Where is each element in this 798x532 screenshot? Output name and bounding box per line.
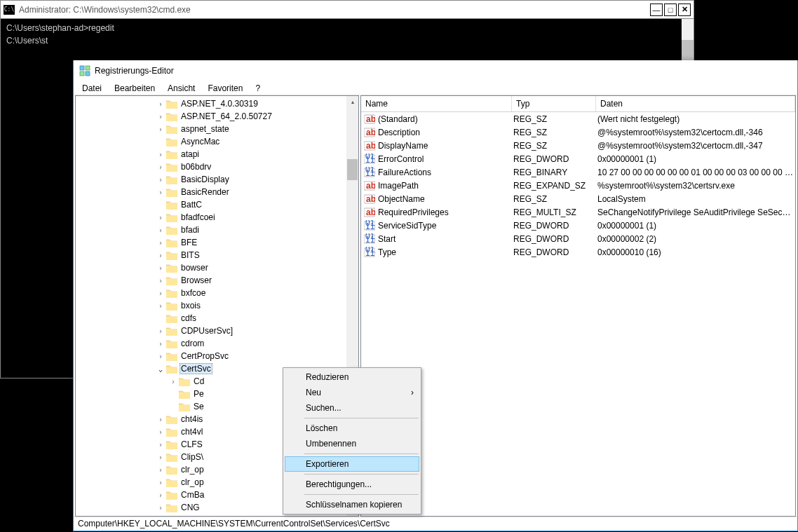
menu-item-datei[interactable]: Datei [76,82,107,95]
header-data[interactable]: Daten [596,96,795,111]
tree-label[interactable]: clr_op [180,477,205,487]
regedit-value-pane[interactable]: Name Typ Daten (Standard)REG_SZ(Wert nic… [360,95,796,517]
expand-icon[interactable]: › [156,124,165,134]
tree-label[interactable]: ClipS\ [180,452,205,462]
tree-label[interactable]: BasicRender [180,187,231,197]
tree-label[interactable]: atapi [180,149,201,159]
context-menu-item[interactable]: Reduzieren [285,369,419,385]
expand-icon[interactable]: › [156,187,165,197]
cmd-maximize-button[interactable]: □ [664,4,677,16]
expand-icon[interactable]: › [156,288,165,298]
value-row[interactable]: DescriptionREG_SZ@%systemroot%\system32\… [361,125,795,139]
expand-icon[interactable]: › [156,263,165,273]
tree-node[interactable]: ›bxois [76,299,358,312]
tree-label[interactable]: b06bdrv [180,162,212,172]
expand-icon[interactable]: › [156,238,165,247]
tree-label[interactable]: Se [192,402,205,411]
tree-node[interactable]: ›ASP.NET_4.0.30319 [76,97,358,110]
value-row[interactable]: ObjectNameREG_SZLocalSystem [361,192,795,205]
tree-label[interactable]: CLFS [180,439,204,449]
collapse-icon[interactable]: ⌄ [156,364,165,374]
tree-label[interactable]: CmBa [180,490,205,500]
tree-label[interactable]: CertSvc [180,363,212,374]
tree-node[interactable]: ›bfadi [76,224,358,236]
tree-node[interactable]: ›bfadfcoei [76,211,358,224]
value-row[interactable]: StartREG_DWORD0x00000002 (2) [361,232,795,245]
tree-label[interactable]: CNG [180,503,201,512]
expand-icon[interactable]: › [156,301,165,311]
tree-node[interactable]: ›bxfcoe [76,287,358,299]
expand-icon[interactable]: › [168,376,178,386]
tree-label[interactable]: AsyncMac [180,137,221,146]
tree-node[interactable]: cdfs [76,312,358,325]
tree-node[interactable]: ›CertPropSvc [76,350,358,362]
expand-icon[interactable]: › [156,477,165,487]
tree-scroll-thumb[interactable] [347,159,358,180]
tree-label[interactable]: CertPropSvc [180,351,230,361]
tree-node[interactable]: ›CDPUserSvc] [76,325,358,337]
tree-label[interactable]: cht4is [180,414,204,424]
tree-label[interactable]: cdfs [180,313,198,323]
value-row[interactable]: DisplayNameREG_SZ@%systemroot%\system32\… [361,139,795,152]
context-menu-item[interactable]: Schlüsselnamen kopieren [285,497,419,512]
tree-label[interactable]: cht4vl [180,427,204,437]
tree-node[interactable]: ›BasicDisplay [76,173,358,186]
tree-label[interactable]: BFE [180,238,198,247]
expand-icon[interactable]: › [156,149,165,159]
tree-node[interactable]: ›b06bdrv [76,161,358,173]
header-type[interactable]: Typ [512,96,596,111]
expand-icon[interactable]: › [156,439,165,449]
tree-node[interactable]: ›BFE [76,236,358,249]
tree-label[interactable]: Cd [192,376,205,386]
expand-icon[interactable]: › [156,175,165,184]
tree-node[interactable]: ›atapi [76,148,358,161]
tree-label[interactable]: ASP.NET_4.0.30319 [180,99,259,109]
expand-icon[interactable]: › [156,225,165,235]
cmd-titlebar[interactable]: C:\ Administrator: C:\Windows\system32\c… [1,1,694,19]
expand-icon[interactable]: › [156,351,165,361]
tree-node[interactable]: ›BITS [76,249,358,261]
value-row[interactable]: ImagePathREG_EXPAND_SZ%systemroot%\syste… [361,179,795,192]
expand-icon[interactable]: › [156,427,165,437]
cmd-minimize-button[interactable]: — [650,4,663,16]
tree-node[interactable]: ›Browser [76,274,358,287]
tree-label[interactable]: BattC [180,200,203,210]
tree-label[interactable]: BasicDisplay [180,175,231,184]
tree-label[interactable]: aspnet_state [180,124,231,134]
context-menu-item[interactable]: Suchen... [285,400,419,416]
tree-scroll-up[interactable]: ▴ [346,96,358,108]
regedit-titlebar[interactable]: Registrierungs-Editor [74,60,797,81]
value-row[interactable]: (Standard)REG_SZ(Wert nicht festgelegt) [361,112,795,125]
tree-label[interactable]: Pe [192,389,205,399]
tree-label[interactable]: bfadi [180,225,201,235]
tree-node[interactable]: AsyncMac [76,135,358,148]
tree-label[interactable]: bowser [180,263,210,273]
context-menu-item[interactable]: Umbenennen [285,436,419,451]
tree-label[interactable]: Browser [180,275,213,285]
tree-node[interactable]: ›cdrom [76,337,358,350]
cmd-scrollbar-thumb[interactable] [682,40,694,61]
context-menu-item[interactable]: Berechtigungen... [285,477,419,492]
value-row[interactable]: ErrorControlREG_DWORD0x00000001 (1) [361,152,795,165]
value-row[interactable]: RequiredPrivilegesREG_MULTI_SZSeChangeNo… [361,205,795,219]
tree-label[interactable]: bxfcoe [180,288,207,298]
expand-icon[interactable]: › [156,339,165,348]
expand-icon[interactable]: › [156,414,165,424]
tree-label[interactable]: bfadfcoei [180,212,217,222]
header-name[interactable]: Name [361,96,512,111]
cmd-close-button[interactable]: ✕ [678,4,691,16]
tree-label[interactable]: clr_op [180,465,205,475]
expand-icon[interactable]: › [156,250,165,260]
expand-icon[interactable]: › [156,503,165,512]
menu-item-favoriten[interactable]: Favoriten [202,82,248,95]
expand-icon[interactable]: › [156,490,165,500]
expand-icon[interactable]: › [156,275,165,285]
expand-icon[interactable]: › [156,162,165,172]
expand-icon[interactable]: › [156,465,165,475]
tree-label[interactable]: CDPUserSvc] [180,326,234,336]
tree-node[interactable]: ›bowser [76,261,358,274]
value-row[interactable]: TypeREG_DWORD0x00000010 (16) [361,245,795,259]
value-row[interactable]: ServiceSidTypeREG_DWORD0x00000001 (1) [361,219,795,232]
tree-node[interactable]: ›BasicRender [76,186,358,198]
expand-icon[interactable]: › [156,452,165,462]
